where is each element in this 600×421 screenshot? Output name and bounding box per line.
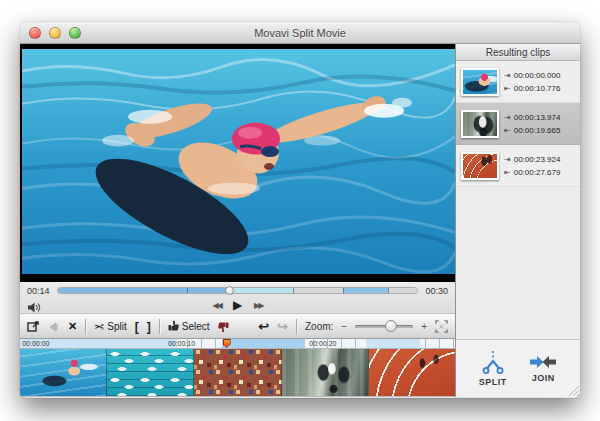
split-button-label: SPLIT bbox=[479, 377, 507, 387]
zoom-label: Zoom: bbox=[305, 321, 333, 332]
join-arrows-icon bbox=[529, 354, 557, 370]
select-fragment-button[interactable]: Select bbox=[168, 320, 210, 333]
set-left-edge-button[interactable]: [ bbox=[135, 320, 139, 334]
join-button-label: JOIN bbox=[532, 373, 555, 383]
timeline-thumb-lanes[interactable] bbox=[107, 349, 194, 396]
rewind-button[interactable]: ◀◀ bbox=[213, 301, 221, 310]
thumbs-up-icon bbox=[168, 320, 179, 333]
clip-start-time: 00:00:23.924 bbox=[514, 155, 561, 164]
clip-start-icon: ⇥ bbox=[504, 155, 511, 164]
reject-fragment-button[interactable] bbox=[218, 320, 229, 333]
clip-end-time: 00:00:10.776 bbox=[514, 84, 561, 93]
select-fragment-label: Select bbox=[182, 321, 210, 332]
title-bar[interactable]: Movavi Split Movie bbox=[20, 22, 580, 44]
clip-start-icon: ⇥ bbox=[504, 71, 511, 80]
fit-to-screen-button[interactable] bbox=[435, 320, 448, 333]
clip-list-item[interactable]: ⇥00:00:23.924 ⇤00:00:27.679 bbox=[456, 145, 580, 187]
split-button[interactable]: SPLIT bbox=[479, 350, 507, 387]
swimmer-video-still bbox=[22, 49, 455, 274]
clip-thumbnail bbox=[461, 68, 499, 96]
zoom-in-button[interactable]: + bbox=[421, 321, 427, 332]
clip-list-item[interactable]: ⇥00:00:13.974 ⇤00:00:19.665 bbox=[456, 103, 580, 145]
clips-panel-header: Resulting clips bbox=[456, 44, 580, 61]
clip-end-time: 00:00:19.665 bbox=[514, 126, 561, 135]
playhead-handle[interactable] bbox=[225, 286, 234, 295]
resize-grip[interactable] bbox=[568, 385, 579, 396]
clip-thumbnail bbox=[461, 110, 499, 138]
clips-list: ⇥00:00:00.000 ⇤00:00:10.776 ⇥00:00:13.97… bbox=[456, 61, 580, 187]
delete-clip-button[interactable]: ✕ bbox=[68, 320, 77, 333]
forward-button[interactable]: ▶▶ bbox=[254, 301, 262, 310]
current-time: 00:14 bbox=[27, 286, 51, 296]
actions-panel: SPLIT JOIN bbox=[456, 339, 580, 397]
video-preview bbox=[20, 44, 455, 282]
timeline-thumb-swimmer[interactable] bbox=[20, 349, 107, 396]
timeline: 00:00:0000:00:1000:00:20 bbox=[20, 339, 455, 397]
ruler-timestamp: 00:00:10 bbox=[168, 340, 195, 347]
playback-panel: 00:14 00:30 ◀◀ bbox=[20, 282, 455, 314]
zoom-slider-knob[interactable] bbox=[385, 320, 397, 332]
zoom-out-button[interactable]: − bbox=[341, 321, 347, 332]
redo-button[interactable]: ↪ bbox=[277, 319, 288, 334]
window-title: Movavi Split Movie bbox=[254, 27, 346, 39]
thumbs-down-icon bbox=[218, 320, 229, 333]
scissors-icon: ✂ bbox=[94, 320, 104, 334]
join-button[interactable]: JOIN bbox=[529, 354, 557, 383]
toolbar-divider bbox=[85, 319, 86, 334]
close-window-button[interactable] bbox=[29, 27, 41, 39]
export-clip-button[interactable] bbox=[27, 320, 40, 333]
timeline-ruler[interactable]: 00:00:0000:00:1000:00:20 bbox=[20, 339, 455, 349]
seek-slider[interactable] bbox=[57, 287, 418, 294]
set-right-edge-button[interactable]: ] bbox=[147, 320, 151, 334]
split-tool-button[interactable]: ✂ Split bbox=[94, 320, 127, 334]
video-frame bbox=[22, 49, 455, 274]
timeline-thumb-cyclists[interactable] bbox=[282, 349, 369, 396]
clip-end-time: 00:00:27.679 bbox=[514, 168, 561, 177]
clip-end-icon: ⇤ bbox=[504, 84, 511, 93]
clip-start-icon: ⇥ bbox=[504, 113, 511, 122]
timeline-thumb-crowd[interactable] bbox=[194, 349, 281, 396]
clip-list-item[interactable]: ⇥00:00:00.000 ⇤00:00:10.776 bbox=[456, 61, 580, 103]
clip-thumbnail bbox=[461, 152, 499, 180]
minimize-window-button[interactable] bbox=[49, 27, 61, 39]
split-scissors-icon bbox=[482, 350, 504, 374]
resulting-clips-panel: Resulting clips ⇥00:00:00.000 ⇤00:00:10.… bbox=[455, 44, 580, 397]
ruler-timestamp: 00:00:20 bbox=[309, 340, 336, 347]
clip-start-time: 00:00:00.000 bbox=[514, 71, 561, 80]
pointer-icon[interactable] bbox=[48, 321, 60, 333]
timeline-thumb-track[interactable] bbox=[369, 349, 455, 396]
clip-end-icon: ⇤ bbox=[504, 126, 511, 135]
clip-start-time: 00:00:13.974 bbox=[514, 113, 561, 122]
clips-panel-title: Resulting clips bbox=[486, 47, 550, 58]
split-tool-label: Split bbox=[107, 321, 126, 332]
seek-track bbox=[58, 288, 417, 293]
ruler-timestamp: 00:00:00 bbox=[22, 340, 49, 347]
zoom-window-button[interactable] bbox=[69, 27, 81, 39]
zoom-slider[interactable] bbox=[355, 325, 413, 328]
app-window: Movavi Split Movie bbox=[20, 22, 580, 398]
toolbar-divider bbox=[296, 319, 297, 334]
undo-button[interactable]: ↩ bbox=[258, 319, 269, 334]
total-time: 00:30 bbox=[424, 286, 448, 296]
timeline-track bbox=[20, 349, 455, 397]
editing-toolbar: ✕ ✂ Split [ ] Select bbox=[20, 314, 455, 339]
play-button[interactable]: ▶ bbox=[233, 298, 242, 312]
clip-end-icon: ⇤ bbox=[504, 168, 511, 177]
toolbar-divider bbox=[159, 319, 160, 334]
